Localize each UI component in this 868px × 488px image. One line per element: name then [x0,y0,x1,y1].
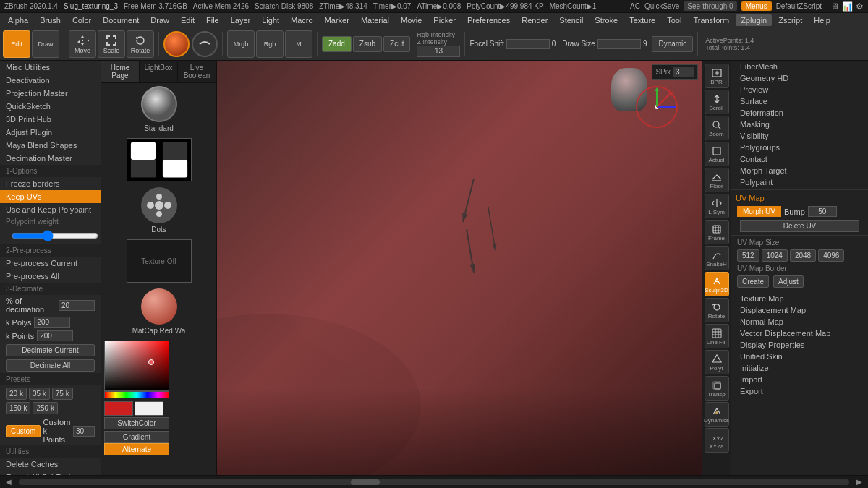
lp-freeze-borders[interactable]: Freeze borders [0,177,101,190]
lp-decimate-current[interactable]: Decimate Current [6,344,95,356]
zsub-button[interactable]: Zsub [353,36,382,52]
lsym-button[interactable]: L.Sym [705,194,729,218]
stroke-selector[interactable] [192,31,218,57]
rp-preview[interactable]: Preview [731,84,868,95]
lp-preprocess-all[interactable]: Pre-process All [0,270,101,283]
rp-morph-target[interactable]: Morph Target [731,165,868,176]
rp-polypaint[interactable]: Polypaint [731,176,868,188]
lp-preprocess-current[interactable]: Pre-process Current [0,257,101,270]
rp-adjust-btn[interactable]: Adjust [773,275,804,288]
lp-preset-20k[interactable]: 20 k [6,388,27,400]
menu-help[interactable]: Help [809,14,835,26]
menu-picker[interactable]: Picker [428,14,461,26]
menu-stencil[interactable]: Stencil [554,14,588,26]
m-button[interactable]: M [285,30,312,58]
spix-input[interactable]: 3 [673,67,694,77]
edit-button[interactable]: Edit [3,30,30,58]
lp-decimation-master[interactable]: Decimation Master [0,152,101,165]
actual-button[interactable]: Actual [705,142,729,166]
hue-strip[interactable] [104,391,169,398]
lp-deactivation[interactable]: Deactivation [0,74,101,87]
lp-custom-k-input[interactable]: 30 [73,426,95,437]
menu-brush[interactable]: Brush [35,14,66,26]
rotate-icon-button[interactable]: Rotate [705,298,729,322]
menu-file[interactable]: File [201,14,224,26]
rp-vector-displacement[interactable]: Vector Displacement Map [731,328,868,339]
lp-preset-250k[interactable]: 250 k [33,402,57,414]
texture-off-thumb[interactable]: Texture Off [127,239,192,283]
lp-quicksketch[interactable]: QuickSketch [0,100,101,113]
draw-button[interactable]: Draw [32,30,59,58]
rp-visibility[interactable]: Visibility [731,130,868,142]
polyf-button[interactable]: Polyf [705,350,729,374]
menu-edit[interactable]: Edit [176,14,200,26]
move-button[interactable]: Move [69,30,96,58]
rp-texture-map[interactable]: Texture Map [731,293,868,304]
menu-marker[interactable]: Marker [320,14,354,26]
rp-fiber-mesh[interactable]: FiberMesh [731,61,868,72]
rotate-button[interactable]: Rotate [127,30,154,58]
rp-export[interactable]: Export [731,385,868,397]
scale-button[interactable]: Scale [98,30,125,58]
rp-initialize[interactable]: Initialize [731,362,868,374]
zoom-button[interactable]: Zoom [705,116,729,140]
rp-displacement-map[interactable]: Displacement Map [731,304,868,316]
menu-color[interactable]: Color [67,14,96,26]
frame-button[interactable]: Frame [705,220,729,244]
menu-layer[interactable]: Layer [226,14,256,26]
menu-zplugin[interactable]: Zplugin [736,14,772,26]
transp-button[interactable]: Transp [705,376,729,401]
menu-light[interactable]: Light [257,14,284,26]
rotation-gizmo[interactable] [631,82,682,132]
menu-alpha[interactable]: Alpha [3,14,33,26]
focal-shift-slider[interactable] [506,39,550,49]
bottom-scrollbar[interactable] [19,479,849,485]
rp-import[interactable]: Import [731,374,868,385]
brush-selector[interactable] [163,31,190,57]
bpr-button[interactable]: BPR [705,64,729,88]
floor-button[interactable]: Floor [705,168,729,192]
lp-preset-150k[interactable]: 150 k [6,402,30,414]
lp-kpolys-input[interactable]: 200 [34,317,70,328]
rp-size-2048[interactable]: 2048 [790,249,816,262]
switchcolor-button[interactable]: SwitchColor [104,417,169,429]
menu-zscript[interactable]: Zscript [773,14,807,26]
lp-keep-uvs[interactable]: Keep UVs [0,190,101,203]
rp-delete-uv-btn[interactable]: Delete UV [740,220,859,232]
dots-brush-thumb[interactable] [141,187,177,223]
menu-document[interactable]: Document [98,14,144,26]
lp-preset-35k[interactable]: 35 k [29,388,50,400]
polyw-slider[interactable] [12,230,98,241]
draw-size-slider[interactable] [597,39,641,49]
canvas-area[interactable]: SPix 3 [217,61,702,475]
xyza-button[interactable]: XYZ XYZa [705,428,729,453]
lp-misc-utilities[interactable]: Misc Utilities [0,61,101,74]
lp-preset-75k[interactable]: 75 k [52,388,73,400]
menu-material[interactable]: Material [356,14,394,26]
scroll-button[interactable]: Scroll [705,90,729,114]
mrgb-button[interactable]: Mrgb [227,30,255,58]
rp-create-btn[interactable]: Create [737,275,769,288]
menu-stroke[interactable]: Stroke [590,14,623,26]
snakehook-button[interactable]: SnakeH [705,246,729,270]
line-fill-button[interactable]: Line Fill [705,324,729,348]
menu-draw[interactable]: Draw [145,14,174,26]
alpha-thumb[interactable] [127,138,192,181]
menu-movie[interactable]: Movie [396,14,427,26]
zcut-button[interactable]: Zcut [383,36,410,52]
bottom-arrow-right[interactable]: ▶ [856,478,862,486]
rp-deformation[interactable]: Deformation [731,107,868,119]
sculpt3d-button[interactable]: Sculpt3D [705,272,729,296]
lp-custom-btn[interactable]: Custom [6,425,41,437]
rp-size-4096[interactable]: 4096 [818,249,844,262]
canvas-3d[interactable]: SPix 3 [217,61,702,475]
color-gradient-picker[interactable] [104,341,169,391]
rp-polygroups[interactable]: Polygroups [731,142,868,153]
rp-contact[interactable]: Contact [731,153,868,165]
rp-normal-map[interactable]: Normal Map [731,316,868,328]
lp-kpoints-input[interactable]: 200 [37,330,73,341]
lp-pct-input[interactable]: 20 [59,300,95,311]
dynamic-button[interactable]: Dynamic [652,36,693,52]
see-through-btn[interactable]: See-through 0 [684,1,736,11]
color-swatch-background[interactable] [135,401,163,416]
